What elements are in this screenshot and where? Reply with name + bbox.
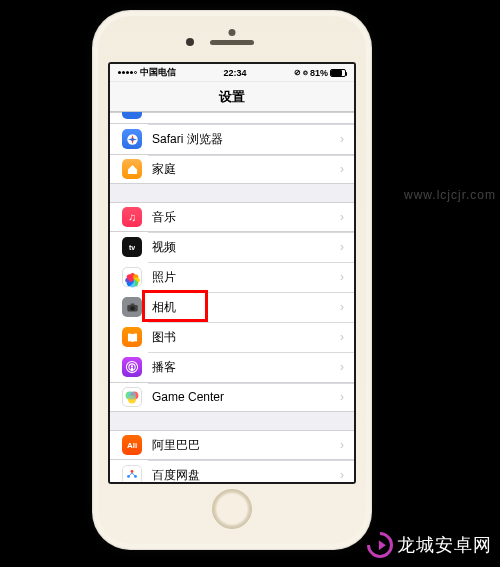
status-time: 22:34: [176, 68, 294, 78]
list-item-camera[interactable]: 相机 ›: [110, 292, 354, 322]
watermark-logo-icon: [362, 527, 399, 564]
chevron-right-icon: ›: [340, 240, 344, 254]
chevron-right-icon: ›: [340, 210, 344, 224]
svg-point-4: [130, 305, 135, 310]
unknown-icon: [122, 112, 142, 119]
list-item-label: 家庭: [152, 161, 340, 178]
list-item-cutoff-top[interactable]: [110, 112, 354, 124]
chevron-right-icon: ›: [340, 132, 344, 146]
battery-icon: [330, 69, 346, 77]
watermark-text: 龙城安卓网: [397, 533, 492, 557]
chevron-right-icon: ›: [340, 468, 344, 482]
status-bar: 中国电信 22:34 ⊘ ⌾ 81%: [110, 64, 354, 82]
list-item-video[interactable]: ​tv 视频 ›: [110, 232, 354, 262]
svg-point-12: [128, 391, 136, 399]
list-item-gamecenter[interactable]: Game Center ›: [110, 382, 354, 412]
list-item-label: 百度网盘: [152, 467, 340, 483]
list-item-podcasts[interactable]: 播客 ›: [110, 352, 354, 382]
list-item-baidupan[interactable]: 百度网盘 ›: [110, 460, 354, 482]
list-item-alibaba[interactable]: Ali 阿里巴巴 ›: [110, 430, 354, 460]
podcasts-icon: [122, 357, 142, 377]
phone-device-frame: 中国电信 22:34 ⊘ ⌾ 81% 设置: [92, 10, 372, 550]
list-item-home[interactable]: 家庭 ›: [110, 154, 354, 184]
music-icon: ♫: [122, 207, 142, 227]
list-item-label: 播客: [152, 359, 340, 376]
nav-bar: 设置: [110, 82, 354, 112]
chevron-right-icon: ›: [340, 330, 344, 344]
list-item-label: Safari 浏览器: [152, 131, 340, 148]
watermark-side: www.lcjcjr.com: [404, 188, 496, 202]
list-item-label: 相机: [152, 299, 340, 316]
signal-icon: [118, 71, 137, 74]
sensor-dot: [229, 29, 236, 36]
chevron-right-icon: ›: [340, 270, 344, 284]
list-item-label: 音乐: [152, 209, 340, 226]
alarm-icon: ⊘: [294, 68, 301, 77]
tv-icon: ​tv: [122, 237, 142, 257]
books-icon: [122, 327, 142, 347]
list-item-label: 阿里巴巴: [152, 437, 340, 454]
front-camera: [186, 38, 194, 46]
baidupan-icon: [122, 465, 142, 482]
battery-percent: 81%: [310, 68, 328, 78]
svg-point-13: [131, 470, 134, 473]
photos-icon: [122, 267, 142, 287]
list-item-books[interactable]: 图书 ›: [110, 322, 354, 352]
chevron-right-icon: ›: [340, 360, 344, 374]
safari-icon: [122, 129, 142, 149]
camera-icon: [122, 297, 142, 317]
list-item-label: 视频: [152, 239, 340, 256]
home-button[interactable]: [108, 484, 356, 534]
home-button-ring: [212, 489, 252, 529]
speaker-slot: [210, 40, 254, 45]
list-item-music[interactable]: ♫ 音乐 ›: [110, 202, 354, 232]
list-item-label: 照片: [152, 269, 340, 286]
chevron-right-icon: ›: [340, 300, 344, 314]
chevron-right-icon: ›: [340, 162, 344, 176]
list-item-label: Game Center: [152, 390, 340, 404]
list-item-photos[interactable]: 照片 ›: [110, 262, 354, 292]
alibaba-icon: Ali: [122, 435, 142, 455]
chevron-right-icon: ›: [340, 390, 344, 404]
gamecenter-icon: [122, 387, 142, 407]
carrier-label: 中国电信: [140, 66, 176, 79]
lock-icon: ⌾: [303, 68, 308, 77]
screen: 中国电信 22:34 ⊘ ⌾ 81% 设置: [108, 62, 356, 484]
phone-inner: 中国电信 22:34 ⊘ ⌾ 81% 设置: [98, 16, 366, 544]
settings-list[interactable]: Safari 浏览器 › 家庭 › ♫ 音乐 ›: [110, 112, 354, 482]
home-icon: [122, 159, 142, 179]
svg-point-8: [131, 365, 133, 367]
list-item-label: 图书: [152, 329, 340, 346]
watermark-bottom: 龙城安卓网: [367, 532, 492, 558]
chevron-right-icon: ›: [340, 438, 344, 452]
page-title: 设置: [219, 88, 245, 106]
list-item-safari[interactable]: Safari 浏览器 ›: [110, 124, 354, 154]
svg-rect-5: [130, 303, 134, 305]
